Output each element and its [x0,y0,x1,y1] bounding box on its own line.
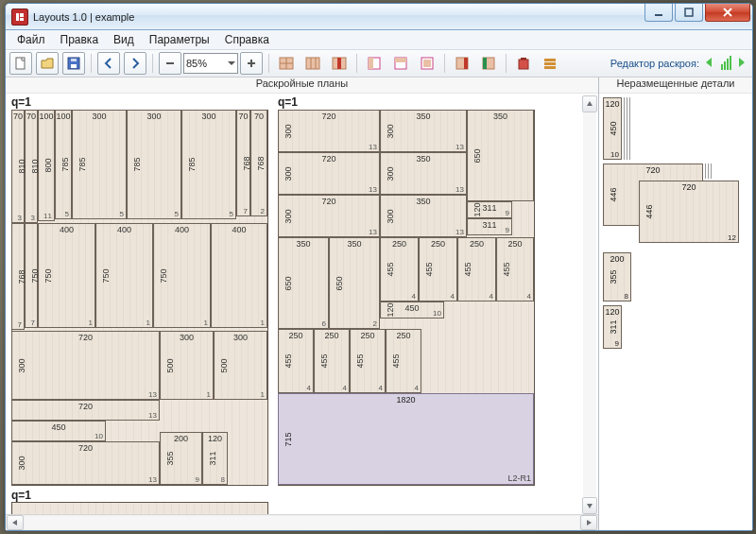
editor-next-icon[interactable] [735,56,748,71]
layout-highlight-icon[interactable] [328,52,351,75]
plans-hscroll[interactable] [6,514,598,530]
scroll-down-icon[interactable] [582,497,597,514]
editor-prev-icon[interactable] [703,56,716,71]
unplaced-scroll: 12045010 720446 72044612 2003558 1203119 [599,94,752,530]
unplaced-piece[interactable]: 72044612 [639,181,739,243]
editor-label: Редактор раскроя: [610,58,699,69]
svg-rect-30 [519,60,528,69]
scroll-left-icon[interactable] [7,515,24,530]
menubar: Файл Правка Вид Параметры Справка [6,30,752,50]
svg-rect-4 [685,9,693,16]
sheet1[interactable]: 708103 708103 10080011 1007855 3007855 3… [11,110,268,486]
plans-pane: Раскройные планы q=1 708103 708103 10080… [6,78,599,530]
sheet1-qty: q=1 [11,95,268,109]
next-sheet-icon[interactable] [124,52,146,75]
svg-rect-0 [16,13,19,21]
zoom-in-icon[interactable] [240,52,263,75]
svg-rect-5 [16,58,25,69]
svg-rect-31 [521,58,526,60]
unplaced-piece[interactable]: 12045010 [603,97,622,160]
svg-rect-19 [337,58,341,69]
svg-rect-23 [395,58,406,62]
prev-sheet-icon[interactable] [97,52,120,75]
plans-title: Раскройные планы [6,78,598,94]
menu-view[interactable]: Вид [106,31,142,48]
svg-rect-29 [483,58,487,69]
svg-rect-32 [544,59,556,61]
view1-icon[interactable] [363,52,386,75]
menu-params[interactable]: Параметры [142,31,217,48]
menu-edit[interactable]: Правка [53,31,107,48]
svg-rect-11 [250,60,252,67]
sheet2[interactable]: 72030013 72030013 72030013 35030013 3503… [278,110,535,486]
svg-rect-3 [655,14,662,16]
tool-a-icon[interactable] [451,52,473,75]
layout1-icon[interactable] [275,52,298,75]
app-window: Layouts 1.0 | example Файл Правка Вид Па… [5,3,753,531]
settings-icon[interactable] [539,52,561,75]
unplaced-piece[interactable]: 1203119 [603,305,622,349]
view3-icon[interactable] [416,52,438,75]
window-title: Layouts 1.0 | example [33,11,643,23]
delete-icon[interactable] [512,52,535,75]
unplaced-piece[interactable]: 2003558 [603,252,631,301]
svg-rect-7 [71,64,77,68]
menu-file[interactable]: Файл [9,31,53,48]
toolbar: 85% Редактор раскроя: [6,50,752,78]
svg-rect-2 [20,18,24,21]
unplaced-title: Неразмещенные детали [599,78,752,94]
sheet3-qty: q=1 [11,489,268,502]
sheet3[interactable] [11,502,268,514]
view2-icon[interactable] [389,52,412,75]
minimize-button[interactable] [644,4,673,22]
new-icon[interactable] [9,52,32,75]
waste-piece: 1820 715 L2-R1 [278,393,534,485]
svg-rect-25 [423,60,431,67]
sheet2-qty: q=1 [278,95,535,109]
open-icon[interactable] [36,52,59,75]
close-button[interactable] [705,4,750,22]
save-icon[interactable] [62,52,85,75]
unplaced-pane: Неразмещенные детали 12045010 720446 720… [599,78,752,530]
layout2-icon[interactable] [301,52,324,75]
zoom-select[interactable]: 85% [183,53,238,74]
titlebar[interactable]: Layouts 1.0 | example [6,4,752,30]
plans-vscroll[interactable] [582,95,597,514]
app-icon [11,9,28,26]
svg-rect-9 [166,62,174,64]
svg-rect-27 [464,58,468,69]
scroll-right-icon[interactable] [580,515,597,530]
svg-rect-1 [20,13,24,17]
svg-rect-15 [306,58,319,69]
menu-help[interactable]: Справка [217,31,277,48]
maximize-button[interactable] [675,4,703,22]
svg-rect-33 [544,62,556,65]
tool-b-icon[interactable] [477,52,500,75]
zoom-out-icon[interactable] [159,52,181,75]
plans-scroll: q=1 708103 708103 10080011 1007855 30078… [6,94,598,514]
svg-rect-21 [369,58,373,69]
toolbar-right: Редактор раскроя: [610,56,748,72]
scroll-up-icon[interactable] [582,95,597,112]
signal-icon [720,56,731,72]
svg-rect-34 [544,66,556,69]
svg-rect-8 [71,59,77,61]
